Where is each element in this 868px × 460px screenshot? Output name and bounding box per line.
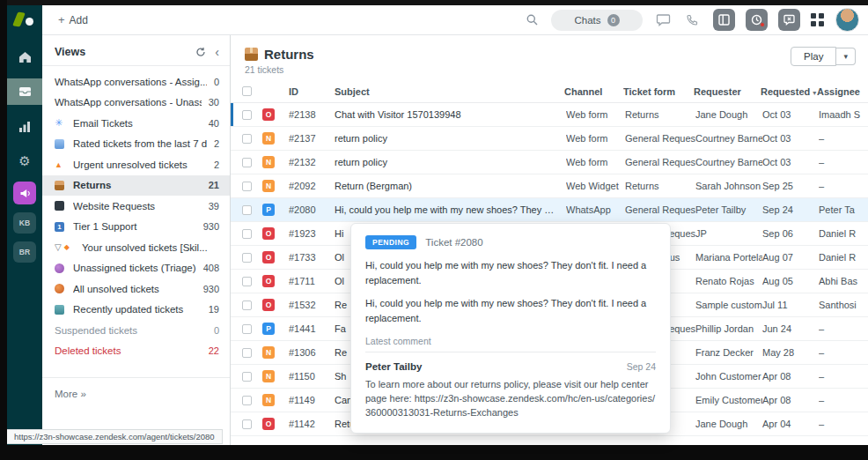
row-checkbox[interactable] [242, 229, 252, 239]
letterbox-left [0, 0, 7, 460]
ticket-assignee: – [819, 347, 868, 358]
ticket-assignee: – [819, 157, 868, 167]
row-checkbox[interactable] [242, 182, 252, 191]
pending-status-pill: PENDING [365, 235, 416, 249]
rail-reporting-icon[interactable] [7, 113, 42, 139]
view-item[interactable]: Returns 21 [42, 175, 230, 197]
ticket-assignee: Imaadh S [819, 109, 868, 120]
chats-toggle[interactable]: Chats 0 [551, 10, 643, 31]
ticket-form: General Request [625, 204, 695, 215]
rail-admin-gear-icon[interactable]: ⚙ [7, 147, 42, 174]
col-requester[interactable]: Requester [694, 86, 761, 97]
table-row[interactable]: N #2092 Return (Bergman) Web Widget Retu… [231, 174, 868, 198]
ticket-requested: Aug 05 [762, 276, 819, 286]
rail-kb-app[interactable]: KB [13, 212, 36, 234]
ticket-requested: Oct 03 [762, 133, 819, 144]
view-item[interactable]: Deleted tickets 22 [42, 341, 230, 362]
view-label: Returns [73, 180, 202, 190]
view-item[interactable]: Suspended tickets 0 [42, 320, 230, 341]
add-tab-button[interactable]: + Add [58, 13, 88, 26]
table-row[interactable]: O #2138 Chat with Visitor 1570139948 Web… [231, 103, 868, 127]
phone-icon[interactable] [683, 11, 702, 30]
view-count: 21 [209, 180, 219, 190]
view-item[interactable]: All unsolved tickets 930 [42, 278, 230, 300]
ticket-requested: Aug 07 [762, 252, 819, 263]
view-icon [55, 222, 69, 232]
rail-home-icon[interactable] [7, 44, 42, 70]
screen: + Add Chats 0 [0, 0, 868, 460]
logo-shape [12, 11, 26, 26]
ticket-id: #2137 [289, 133, 335, 144]
conversations-icon[interactable] [653, 11, 673, 30]
row-checkbox[interactable] [242, 324, 252, 334]
row-checkbox[interactable] [242, 396, 252, 405]
col-requested[interactable]: Requested▾ [761, 86, 817, 97]
row-checkbox[interactable] [242, 372, 252, 382]
user-avatar[interactable] [835, 8, 859, 32]
ticket-id: #1532 [289, 300, 335, 310]
ticket-id: #2092 [289, 181, 335, 191]
view-item[interactable]: WhatsApp conversations - Assig... 0 [42, 71, 230, 93]
status-badge: N [262, 132, 275, 145]
ticket-preview-tooltip: PENDING Ticket #2080 Hi, could you help … [350, 223, 671, 434]
ticket-requested: May 28 [762, 347, 819, 358]
row-checkbox[interactable] [242, 134, 252, 144]
view-label: Tier 1 Support [73, 221, 196, 232]
ticket-requester: Renato Rojas [695, 276, 762, 286]
add-tab-label: Add [70, 14, 88, 26]
views-more-link[interactable]: More » [42, 377, 230, 410]
apps-grid-icon[interactable] [811, 13, 825, 27]
table-row[interactable]: P #2080 Hi, could you help me with my ne… [231, 198, 868, 222]
view-item[interactable]: WhatsApp conversations - Unass... 30 [42, 93, 230, 114]
search-icon[interactable] [523, 11, 541, 29]
select-all-checkbox[interactable] [242, 86, 252, 96]
ticket-id: #1441 [289, 323, 335, 334]
row-checkbox[interactable] [242, 110, 252, 120]
col-subject[interactable]: Subject [335, 86, 564, 97]
ticket-requested: Apr 04 [762, 419, 819, 429]
status-badge: N [262, 346, 275, 359]
col-form[interactable]: Ticket form [623, 86, 694, 97]
table-row[interactable]: N #2137 return policy Web form General R… [231, 127, 868, 151]
table-row[interactable]: N #2132 return policy Web form General R… [231, 151, 868, 174]
app-panel-button[interactable] [713, 9, 735, 31]
view-item[interactable]: Recently updated tickets 19 [42, 300, 230, 321]
refresh-icon[interactable] [195, 47, 206, 57]
row-checkbox[interactable] [242, 253, 252, 263]
zendesk-logo[interactable] [7, 5, 42, 35]
view-item[interactable]: Rated tickets from the last 7 d... 2 [42, 134, 230, 155]
collapse-sidebar-icon[interactable]: ‹ [215, 46, 219, 58]
view-icon [55, 139, 69, 149]
comment-body: To learn more about our returns policy, … [365, 378, 656, 420]
ticket-requester: JP [695, 228, 762, 239]
rail-announcement-icon[interactable] [13, 182, 36, 204]
row-checkbox[interactable] [242, 158, 252, 167]
play-dropdown-button[interactable]: ▾ [836, 48, 856, 65]
view-item[interactable]: Your unsolved tickets [Skil... [42, 237, 230, 258]
ticket-channel: Web form [566, 157, 625, 167]
row-checkbox[interactable] [242, 348, 252, 358]
row-checkbox[interactable] [242, 277, 252, 286]
view-item[interactable]: Website Requests 39 [42, 196, 230, 217]
ticket-form: General Request [625, 133, 695, 144]
view-item[interactable]: Unassigned tickets (Triage) 408 [42, 258, 230, 279]
view-item[interactable]: Tier 1 Support 930 [42, 217, 230, 238]
col-id[interactable]: ID [289, 86, 335, 97]
row-checkbox[interactable] [242, 419, 252, 429]
talk-status-button[interactable] [746, 9, 768, 31]
view-item[interactable]: Email Tickets 40 [42, 113, 230, 134]
row-checkbox[interactable] [242, 300, 252, 310]
row-checkbox[interactable] [242, 205, 252, 215]
view-item[interactable]: Urgent unresolved tickets 2 [42, 154, 230, 175]
play-button[interactable]: Play [791, 47, 836, 66]
status-badge: O [262, 299, 275, 311]
col-channel[interactable]: Channel [564, 86, 623, 97]
rail-br-app[interactable]: BR [13, 241, 36, 263]
ticket-requester: Sample customer [695, 300, 762, 310]
rail-views-icon[interactable] [7, 78, 42, 105]
col-assignee[interactable]: Assignee [817, 86, 866, 97]
chat-offline-button[interactable] [778, 9, 800, 31]
ticket-assignee: Daniel R [819, 228, 868, 239]
view-label: Deleted tickets [55, 345, 202, 356]
plus-icon: + [58, 13, 65, 26]
